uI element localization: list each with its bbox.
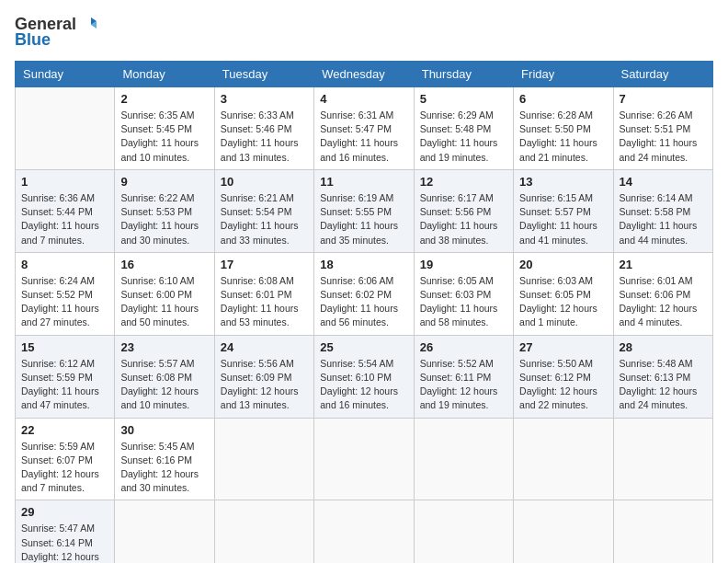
calendar-day-cell [514,418,613,500]
day-number: 5 [420,92,507,106]
calendar-day-cell: 8 Sunrise: 6:24 AMSunset: 5:52 PMDayligh… [16,252,115,335]
calendar-day-cell: 19 Sunrise: 6:05 AMSunset: 6:03 PMDaylig… [414,252,513,335]
day-detail: Sunrise: 6:06 AMSunset: 6:02 PMDaylight:… [320,274,407,330]
logo-text-block: General Blue [15,15,97,50]
calendar-day-cell: 25 Sunrise: 5:54 AMSunset: 6:10 PMDaylig… [314,335,414,418]
calendar-day-cell: 20 Sunrise: 6:03 AMSunset: 6:05 PMDaylig… [514,252,613,335]
logo-blue: Blue [15,30,51,50]
logo-bird-icon [78,16,97,34]
day-detail: Sunrise: 6:14 AMSunset: 5:58 PMDaylight:… [620,191,707,247]
day-detail: Sunrise: 6:24 AMSunset: 5:52 PMDaylight:… [21,274,108,330]
calendar-day-cell: 10 Sunrise: 6:21 AMSunset: 5:54 PMDaylig… [214,169,313,252]
calendar-day-cell [16,87,115,170]
calendar-day-cell: 24 Sunrise: 5:56 AMSunset: 6:09 PMDaylig… [214,335,313,418]
day-number: 19 [420,258,507,271]
day-detail: Sunrise: 5:48 AMSunset: 6:13 PMDaylight:… [620,357,707,413]
day-number: 12 [420,175,507,189]
day-detail: Sunrise: 6:35 AMSunset: 5:45 PMDaylight:… [120,109,208,165]
weekday-header-saturday: Saturday [613,62,712,87]
weekday-header-wednesday: Wednesday [314,62,414,87]
day-detail: Sunrise: 6:36 AMSunset: 5:44 PMDaylight:… [21,191,108,247]
day-number: 21 [620,258,707,271]
day-number: 4 [320,92,407,106]
calendar-day-cell: 26 Sunrise: 5:52 AMSunset: 6:11 PMDaylig… [414,335,513,418]
calendar-week-row: 22 Sunrise: 5:59 AMSunset: 6:07 PMDaylig… [16,418,713,500]
day-number: 14 [620,175,707,189]
day-number: 27 [519,340,607,354]
calendar-day-cell: 3 Sunrise: 6:33 AMSunset: 5:46 PMDayligh… [214,87,313,170]
day-number: 9 [120,175,208,189]
calendar-day-cell: 7 Sunrise: 6:26 AMSunset: 5:51 PMDayligh… [613,87,712,170]
calendar-day-cell: 12 Sunrise: 6:17 AMSunset: 5:56 PMDaylig… [414,169,513,252]
day-detail: Sunrise: 5:54 AMSunset: 6:10 PMDaylight:… [320,357,407,413]
day-detail: Sunrise: 5:56 AMSunset: 6:09 PMDaylight:… [221,357,308,413]
day-number: 13 [519,175,607,189]
calendar-day-cell: 16 Sunrise: 6:10 AMSunset: 6:00 PMDaylig… [115,252,214,335]
day-detail: Sunrise: 6:01 AMSunset: 6:06 PMDaylight:… [620,274,707,330]
calendar-day-cell: 30 Sunrise: 5:45 AMSunset: 6:16 PMDaylig… [115,418,214,500]
day-detail: Sunrise: 6:15 AMSunset: 5:57 PMDaylight:… [519,191,607,247]
calendar-day-cell [414,418,513,500]
calendar-day-cell: 6 Sunrise: 6:28 AMSunset: 5:50 PMDayligh… [514,87,613,170]
calendar-day-cell: 11 Sunrise: 6:19 AMSunset: 5:55 PMDaylig… [314,169,414,252]
day-detail: Sunrise: 6:08 AMSunset: 6:01 PMDaylight:… [221,274,308,330]
calendar-day-cell: 4 Sunrise: 6:31 AMSunset: 5:47 PMDayligh… [314,87,414,170]
day-detail: Sunrise: 6:33 AMSunset: 5:46 PMDaylight:… [221,109,308,165]
day-detail: Sunrise: 5:45 AMSunset: 6:16 PMDaylight:… [120,440,208,496]
day-number: 28 [620,340,707,354]
day-number: 3 [221,92,308,106]
calendar-day-cell: 23 Sunrise: 5:57 AMSunset: 6:08 PMDaylig… [115,335,214,418]
calendar-day-cell: 21 Sunrise: 6:01 AMSunset: 6:06 PMDaylig… [613,252,712,335]
calendar-day-cell [414,500,513,563]
calendar-day-cell: 1 Sunrise: 6:36 AMSunset: 5:44 PMDayligh… [16,169,115,252]
calendar-day-cell: 9 Sunrise: 6:22 AMSunset: 5:53 PMDayligh… [115,169,214,252]
calendar-day-cell [214,500,313,563]
calendar-day-cell [214,418,313,500]
calendar-day-cell [514,500,613,563]
day-number: 10 [221,175,308,189]
calendar-day-cell: 13 Sunrise: 6:15 AMSunset: 5:57 PMDaylig… [514,169,613,252]
day-detail: Sunrise: 5:57 AMSunset: 6:08 PMDaylight:… [120,357,208,413]
day-number: 15 [21,340,108,354]
calendar-week-row: 29 Sunrise: 5:47 AMSunset: 6:14 PMDaylig… [16,500,713,563]
calendar-day-cell: 17 Sunrise: 6:08 AMSunset: 6:01 PMDaylig… [214,252,313,335]
day-number: 8 [21,258,108,271]
calendar-day-cell: 29 Sunrise: 5:47 AMSunset: 6:14 PMDaylig… [16,500,115,563]
calendar-day-cell: 18 Sunrise: 6:06 AMSunset: 6:02 PMDaylig… [314,252,414,335]
calendar-day-cell: 14 Sunrise: 6:14 AMSunset: 5:58 PMDaylig… [613,169,712,252]
day-number: 26 [420,340,507,354]
weekday-header-tuesday: Tuesday [214,62,313,87]
day-number: 24 [221,340,308,354]
weekday-header-monday: Monday [115,62,214,87]
day-number: 7 [620,92,707,106]
day-number: 18 [320,258,407,271]
calendar-day-cell [613,500,712,563]
calendar-day-cell [115,500,214,563]
calendar-day-cell: 2 Sunrise: 6:35 AMSunset: 5:45 PMDayligh… [115,87,214,170]
day-detail: Sunrise: 6:29 AMSunset: 5:48 PMDaylight:… [420,109,507,165]
day-detail: Sunrise: 5:50 AMSunset: 6:12 PMDaylight:… [519,357,607,413]
calendar-week-row: 8 Sunrise: 6:24 AMSunset: 5:52 PMDayligh… [16,252,713,335]
calendar-day-cell: 28 Sunrise: 5:48 AMSunset: 6:13 PMDaylig… [613,335,712,418]
day-detail: Sunrise: 6:17 AMSunset: 5:56 PMDaylight:… [420,191,507,247]
calendar-day-cell: 5 Sunrise: 6:29 AMSunset: 5:48 PMDayligh… [414,87,513,170]
day-detail: Sunrise: 6:12 AMSunset: 5:59 PMDaylight:… [21,357,108,413]
weekday-header-sunday: Sunday [16,62,115,87]
calendar-week-row: 15 Sunrise: 6:12 AMSunset: 5:59 PMDaylig… [16,335,713,418]
day-number: 20 [519,258,607,271]
day-number: 23 [120,340,208,354]
day-detail: Sunrise: 6:03 AMSunset: 6:05 PMDaylight:… [519,274,607,330]
calendar-day-cell [314,418,414,500]
calendar-week-row: 2 Sunrise: 6:35 AMSunset: 5:45 PMDayligh… [16,87,713,170]
day-number: 29 [21,505,108,519]
day-detail: Sunrise: 6:19 AMSunset: 5:55 PMDaylight:… [320,191,407,247]
calendar-day-cell: 15 Sunrise: 6:12 AMSunset: 5:59 PMDaylig… [16,335,115,418]
calendar-header-row: SundayMondayTuesdayWednesdayThursdayFrid… [16,62,713,87]
day-detail: Sunrise: 6:26 AMSunset: 5:51 PMDaylight:… [620,109,707,165]
calendar-day-cell [613,418,712,500]
day-detail: Sunrise: 6:22 AMSunset: 5:53 PMDaylight:… [120,191,208,247]
day-number: 1 [21,175,108,189]
weekday-header-friday: Friday [514,62,613,87]
day-detail: Sunrise: 5:47 AMSunset: 6:14 PMDaylight:… [21,522,108,563]
day-detail: Sunrise: 6:28 AMSunset: 5:50 PMDaylight:… [519,109,607,165]
